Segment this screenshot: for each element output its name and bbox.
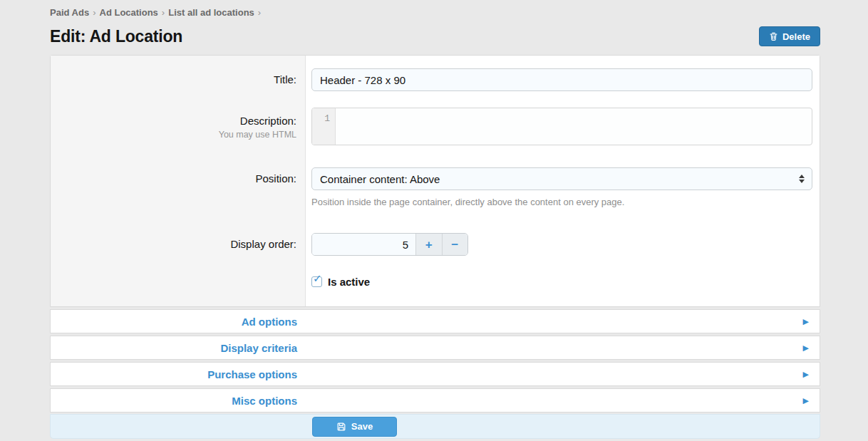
delete-button-label: Delete [782,31,810,42]
section-label: Display criteria [51,342,297,354]
form-footer: Save [50,414,820,439]
position-select[interactable]: Container content: Above [311,167,812,190]
chevron-right-icon: ▶ [803,370,809,378]
breadcrumb-separator: › [258,7,261,18]
title-label: Title: [274,73,296,85]
section-misc-options[interactable]: Misc options ▶ [50,388,820,413]
form-fields-block: Title: Description: You may use HTML 1 [50,55,820,307]
page-header: Edit: Ad Location Delete [50,25,820,48]
edit-ad-location-form: Title: Description: You may use HTML 1 [50,55,820,439]
decrement-button[interactable]: − [442,234,468,255]
save-button-label: Save [351,421,373,432]
description-hint: You may use HTML [51,130,296,140]
breadcrumb-item-ad-locations[interactable]: Ad Locations [100,7,158,18]
increment-button[interactable]: + [415,234,442,255]
description-row: Description: You may use HTML 1 [51,101,820,157]
is-active-label: Is active [328,276,370,288]
display-order-input[interactable] [312,234,415,255]
breadcrumb: Paid Ads›Ad Locations›List all ad locati… [50,7,820,20]
chevron-right-icon: ▶ [803,344,809,352]
is-active-checkbox-group[interactable]: ✓ Is active [311,276,812,288]
breadcrumb-item-list-all-ad-locations[interactable]: List all ad locations [168,7,254,18]
chevron-right-icon: ▶ [803,318,809,326]
floppy-disk-icon [336,422,346,432]
section-ad-options[interactable]: Ad options ▶ [50,309,820,333]
title-input[interactable] [311,68,812,91]
position-label: Position: [255,172,296,185]
section-purchase-options[interactable]: Purchase options ▶ [50,362,820,386]
display-order-row: Display order: + − [51,223,820,266]
display-order-stepper: + − [311,233,468,256]
section-display-criteria[interactable]: Display criteria ▶ [50,336,820,360]
section-label: Misc options [51,395,297,407]
display-order-label: Display order: [230,238,296,250]
breadcrumb-separator: › [93,7,95,18]
section-label: Purchase options [51,368,297,380]
breadcrumb-item-paid-ads[interactable]: Paid Ads [50,7,89,18]
section-label: Ad options [51,316,297,328]
description-label: Description: [240,115,296,127]
position-explain-text: Position inside the page container, dire… [311,197,812,207]
position-row: Position: Container content: Above Posit… [51,157,820,223]
checkmark-icon: ✓ [313,273,322,284]
description-code-editor: 1 [311,108,812,145]
page-title: Edit: Ad Location [50,27,182,46]
trash-icon [769,31,778,41]
breadcrumb-separator: › [162,7,165,18]
line-number-gutter: 1 [312,108,336,145]
save-button[interactable]: Save [312,417,397,437]
page: Paid Ads›Ad Locations›List all ad locati… [50,0,820,439]
chevron-right-icon: ▶ [803,397,809,405]
description-input[interactable] [336,108,812,145]
is-active-row: ✓ Is active [51,266,820,306]
title-row: Title: [51,56,820,101]
delete-button[interactable]: Delete [759,26,820,46]
is-active-checkbox[interactable]: ✓ [311,276,322,287]
